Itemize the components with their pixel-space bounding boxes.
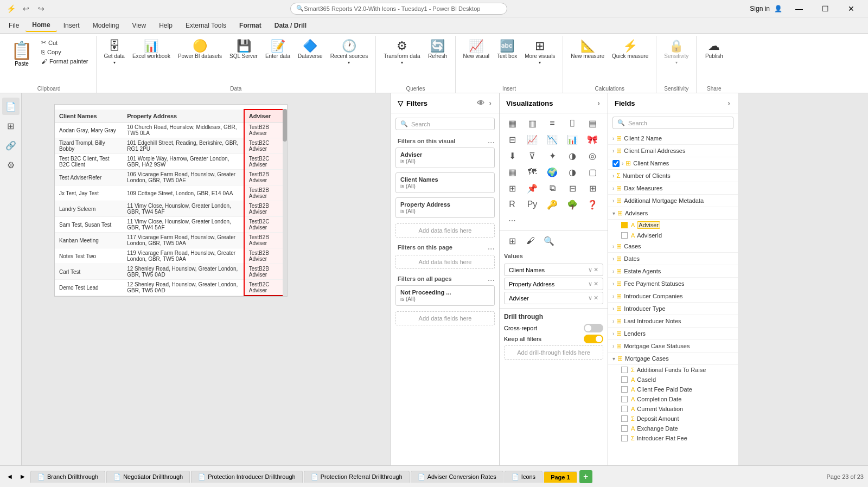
donut-chart-icon[interactable]: ◎ (584, 148, 601, 163)
field-group-estate-agents[interactable]: ›⊞Estate Agents (608, 265, 738, 278)
user-avatar[interactable]: 👤 (774, 5, 782, 12)
field-item-introducer-flat-fee[interactable]: ΣIntroducer Flat Fee (608, 433, 738, 443)
field-group-client-2-name[interactable]: ›⊞Client 2 Name (608, 132, 738, 145)
fields-expand-icon[interactable]: › (726, 98, 731, 108)
stacked-column-chart-icon[interactable]: ▥ (524, 116, 540, 131)
field-group-client-email-addresses[interactable]: ›⊞Client Email Addresses (608, 145, 738, 157)
menu-help[interactable]: Help (152, 20, 179, 31)
client-names-field[interactable]: Client Names ∨ ✕ (504, 264, 603, 276)
add-drill-fields-btn[interactable]: Add drill-through fields here (504, 345, 603, 360)
field-group-introducer-type[interactable]: ›⊞Introducer Type (608, 303, 738, 315)
field-item-adviser[interactable]: AAdviser (608, 220, 738, 230)
fields-icon[interactable]: ⊞ (504, 233, 520, 248)
field-item-caseid[interactable]: ACaseId (608, 375, 738, 385)
kpi-icon[interactable]: 📌 (524, 181, 540, 196)
filters-expand-icon[interactable]: › (488, 98, 493, 108)
add-visual-filter-btn[interactable]: Add data fields here (395, 223, 495, 238)
scrollbar[interactable] (283, 109, 287, 296)
line-chart-icon[interactable]: 📈 (524, 132, 540, 147)
add-all-pages-filter-btn[interactable]: Add data fields here (395, 311, 495, 325)
refresh-button[interactable]: 🔄 Refresh (425, 38, 451, 61)
redo-icon[interactable]: ↪ (35, 2, 48, 15)
menu-view[interactable]: View (125, 20, 152, 31)
copy-button[interactable]: ⎘ Copy (38, 48, 92, 56)
property-address-filter-card[interactable]: Property Address is (All) (395, 197, 495, 218)
field-item-checkbox[interactable] (621, 376, 628, 383)
client-names-chevron[interactable]: ∨ (588, 266, 592, 273)
field-group-mortgage-cases[interactable]: ▾⊞Mortgage Cases (608, 353, 738, 365)
undo-icon[interactable]: ↩ (20, 2, 33, 15)
r-visual-icon[interactable]: R (504, 197, 520, 212)
filled-map-icon[interactable]: 🌍 (544, 164, 560, 180)
funnel-icon[interactable]: ⊽ (524, 148, 540, 163)
maximize-button[interactable]: ☐ (813, 0, 838, 17)
close-button[interactable]: ✕ (839, 0, 864, 17)
dataverse-button[interactable]: 🔷 Dataverse (295, 38, 326, 61)
excel-workbook-button[interactable]: 📊 Excel workbook (129, 38, 174, 61)
client-names-x[interactable]: ✕ (593, 266, 598, 273)
table-view-icon[interactable]: ⊞ (2, 117, 20, 134)
recent-sources-button[interactable]: 🕐 Recent sources ▾ (327, 38, 371, 67)
paste-button[interactable]: 📋 Paste (7, 38, 37, 69)
field-item-checkbox[interactable] (621, 367, 628, 373)
field-group-dax-measures[interactable]: ›⊞Dax Measures (608, 182, 738, 195)
next-page-btn[interactable]: ▶ (17, 471, 28, 482)
table-viz-icon[interactable]: ⊟ (564, 181, 580, 196)
property-address-x[interactable]: ✕ (593, 280, 598, 287)
sensitivity-button[interactable]: 🔒 Sensitivity ▾ (661, 38, 692, 67)
qa-icon[interactable]: ❓ (584, 197, 601, 212)
page-tab-adviser-conversion-rates[interactable]: 📄Adviser Conversion Rates (411, 471, 503, 483)
field-group-dates[interactable]: ›⊞Dates (608, 253, 738, 265)
clustered-bar-chart-icon[interactable]: ≡ (544, 116, 560, 131)
area-chart-icon[interactable]: 📉 (544, 132, 560, 147)
field-item-current-valuation[interactable]: ACurrent Valuation (608, 404, 738, 414)
field-item-completion-date[interactable]: ACompletion Date (608, 394, 738, 404)
transform-data-button[interactable]: ⚙ Transform data ▾ (380, 38, 423, 67)
field-item-checkbox[interactable] (621, 406, 628, 412)
field-item-client-fee-paid-date[interactable]: AClient Fee Paid Date (608, 385, 738, 394)
filter-search-bar[interactable]: 🔍 Search (395, 118, 495, 130)
app-icon[interactable]: ⚡ (4, 2, 17, 15)
menu-data-drill[interactable]: Data / Drill (268, 20, 313, 31)
python-icon[interactable]: Py (524, 197, 540, 212)
add-page-filter-btn[interactable]: Add data fields here (395, 255, 495, 269)
scrollbar-thumb[interactable] (283, 109, 287, 142)
add-page-btn[interactable]: + (579, 470, 592, 483)
waterfall-icon[interactable]: ⬇ (504, 148, 520, 163)
page-filter-more-icon[interactable]: ··· (488, 244, 495, 254)
100-stacked-column-icon[interactable]: ⊟ (504, 132, 520, 147)
table-visual[interactable]: ▽ ⊡ ··· Client Names Property Address Ad… (54, 104, 288, 297)
menu-external-tools[interactable]: External Tools (179, 20, 233, 31)
menu-home[interactable]: Home (25, 19, 56, 32)
gauge-icon[interactable]: ◑ (564, 164, 580, 180)
menu-modeling[interactable]: Modeling (86, 20, 126, 31)
filter-more-icon[interactable]: ··· (488, 138, 495, 148)
property-address-field[interactable]: Property Address ∨ ✕ (504, 278, 603, 290)
quick-measure-button[interactable]: ⚡ Quick measure (609, 38, 652, 61)
viz-expand-icon[interactable]: › (596, 98, 601, 108)
decomp-tree-icon[interactable]: 🌳 (564, 197, 580, 212)
publish-button[interactable]: ☁ Publish (701, 38, 727, 61)
100-stacked-bar-icon[interactable]: ▤ (584, 116, 601, 131)
field-item-checkbox[interactable] (621, 396, 628, 402)
page-tab-negotiator-drillthrough[interactable]: 📄Negotiator Drillthrough (106, 471, 190, 483)
field-group-client-names[interactable]: ›⊞Client Names (608, 157, 738, 170)
page-tab-protection-introducer-drillthrough[interactable]: 📄Protection Introducer Drillthrough (191, 471, 302, 483)
slicer-icon[interactable]: ⧉ (544, 181, 560, 196)
line-clustered-icon[interactable]: 📊 (564, 132, 580, 147)
ribbon-chart-icon[interactable]: 🎀 (584, 132, 601, 147)
field-item-additional-funds-to-raise[interactable]: ΣAdditional Funds To Raise (608, 365, 738, 375)
get-data-button[interactable]: 🗄 Get data ▾ (101, 38, 128, 67)
pie-chart-icon[interactable]: ◑ (564, 148, 580, 163)
page-tab-page-1[interactable]: Page 1 (544, 471, 577, 483)
stacked-bar-chart-icon[interactable]: ▦ (504, 116, 520, 131)
format-icon[interactable]: 🖌 (522, 233, 539, 248)
card-icon[interactable]: ▢ (584, 164, 601, 180)
client-names-filter-card[interactable]: Client Names is (All) (395, 172, 495, 193)
filters-hide-icon[interactable]: 👁 (476, 98, 486, 108)
more-visuals-icon-small[interactable]: ··· (504, 213, 520, 228)
matrix-icon[interactable]: ⊞ (584, 181, 601, 196)
menu-insert[interactable]: Insert (57, 20, 86, 31)
report-view-icon[interactable]: 📄 (2, 98, 20, 115)
field-item-checkbox[interactable] (621, 415, 628, 422)
